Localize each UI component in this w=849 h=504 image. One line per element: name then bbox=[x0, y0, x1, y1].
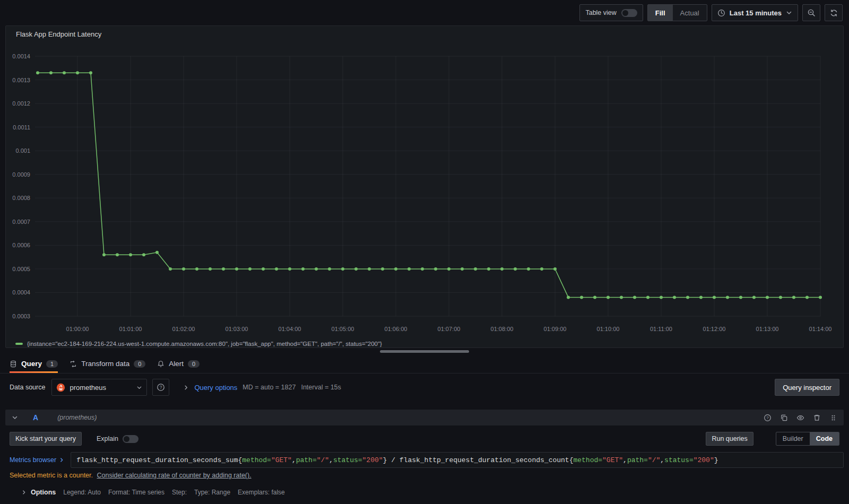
duplicate-icon[interactable] bbox=[780, 414, 788, 422]
svg-text:01:10:00: 01:10:00 bbox=[597, 326, 620, 332]
table-view-toggle[interactable] bbox=[621, 9, 637, 17]
chevron-down-icon bbox=[136, 385, 142, 390]
drag-handle-icon[interactable] bbox=[829, 414, 837, 422]
svg-text:0.0005: 0.0005 bbox=[12, 266, 30, 272]
datasource-help-button[interactable]: ? bbox=[152, 379, 169, 396]
option-exemplars: Exemplars: false bbox=[238, 489, 285, 496]
run-queries-button[interactable]: Run queries bbox=[706, 432, 753, 446]
query-editor-section: A (prometheus) ? Kick start your query E… bbox=[5, 410, 844, 496]
database-icon bbox=[10, 360, 17, 368]
options-toggle[interactable]: Options bbox=[21, 489, 56, 496]
chevron-right-icon bbox=[21, 490, 27, 495]
query-options-summary-row: Options Legend: Auto Format: Time series… bbox=[5, 479, 844, 496]
query-row-header[interactable]: A (prometheus) ? bbox=[5, 410, 844, 425]
legend-series-swatch[interactable] bbox=[15, 343, 23, 345]
option-step: Step: bbox=[172, 489, 187, 496]
svg-text:0.0008: 0.0008 bbox=[12, 195, 30, 201]
explain-label: Explain bbox=[97, 435, 118, 442]
query-expression: flask_http_request_duration_seconds_sum{… bbox=[76, 456, 718, 464]
tab-query[interactable]: Query 1 bbox=[10, 354, 58, 373]
bell-icon bbox=[157, 360, 164, 368]
metrics-browser-toggle[interactable]: Metrics browser bbox=[10, 452, 71, 468]
help-circle-icon: ? bbox=[157, 383, 165, 392]
chevron-right-icon bbox=[183, 385, 189, 390]
eye-icon[interactable] bbox=[796, 414, 804, 422]
tab-transform-data[interactable]: Transform data 0 bbox=[70, 354, 145, 373]
svg-text:?: ? bbox=[160, 385, 162, 390]
expression-row: Metrics browser flask_http_request_durat… bbox=[5, 451, 844, 468]
option-type: Type: Range bbox=[194, 489, 230, 496]
svg-text:0.0012: 0.0012 bbox=[12, 100, 30, 107]
tab-transform-label: Transform data bbox=[81, 360, 129, 368]
chevron-down-icon bbox=[786, 10, 792, 16]
refresh-icon bbox=[830, 9, 838, 17]
svg-text:01:03:00: 01:03:00 bbox=[226, 326, 248, 332]
zoom-out-button[interactable] bbox=[802, 4, 820, 21]
tab-query-label: Query bbox=[21, 360, 42, 368]
svg-text:0.0011: 0.0011 bbox=[13, 124, 30, 131]
warning-rate-link[interactable]: Consider calculating rate of counter by … bbox=[97, 472, 252, 479]
tab-query-count-badge: 1 bbox=[46, 360, 58, 368]
panel-resize-handle[interactable] bbox=[380, 350, 469, 353]
query-editor-toolbar: Kick start your query Explain Run querie… bbox=[5, 425, 844, 451]
datasource-name: prometheus bbox=[70, 384, 132, 392]
counter-warning: Selected metric is a counter. Consider c… bbox=[5, 468, 844, 479]
chart-legend: {instance="ec2-184-169-216-224.us-west-1… bbox=[6, 340, 843, 347]
svg-text:01:06:00: 01:06:00 bbox=[385, 326, 408, 332]
svg-text:01:05:00: 01:05:00 bbox=[332, 326, 354, 332]
refresh-button[interactable] bbox=[825, 4, 843, 21]
fill-button[interactable]: Fill bbox=[648, 5, 673, 21]
query-row-actions: ? bbox=[764, 414, 837, 422]
datasource-label: Data source bbox=[10, 384, 45, 391]
svg-text:0.0007: 0.0007 bbox=[12, 219, 30, 225]
transform-icon bbox=[70, 360, 77, 368]
prometheus-icon bbox=[56, 383, 65, 392]
panel-title: Flask App Endpoint Latency bbox=[11, 30, 101, 38]
svg-text:01:12:00: 01:12:00 bbox=[703, 326, 726, 332]
datasource-picker[interactable]: prometheus bbox=[51, 379, 147, 396]
datasource-row: Data source prometheus ? Query options M… bbox=[0, 373, 849, 401]
max-datapoints-text: MD = auto = 1827 bbox=[242, 384, 296, 391]
time-range-picker[interactable]: Last 15 minutes bbox=[712, 4, 798, 21]
query-options-label: Query options bbox=[194, 384, 237, 392]
svg-text:0.0003: 0.0003 bbox=[12, 313, 30, 319]
explain-toggle[interactable] bbox=[123, 435, 138, 443]
latency-chart[interactable]: 0.00140.00130.00120.00110.0010.00090.000… bbox=[6, 42, 843, 340]
query-options-toggle[interactable]: Query options MD = auto = 1827 Interval … bbox=[183, 384, 341, 392]
tab-alert-label: Alert bbox=[169, 360, 184, 368]
svg-text:01:13:00: 01:13:00 bbox=[756, 326, 779, 332]
options-label: Options bbox=[31, 489, 56, 496]
chevron-right-icon bbox=[59, 457, 64, 463]
panel-header[interactable]: Flask App Endpoint Latency bbox=[6, 26, 843, 42]
panel-edit-toolbar: Table view Fill Actual Last 15 minutes bbox=[0, 0, 849, 25]
panel-resize-zone bbox=[0, 348, 849, 354]
svg-text:0.0014: 0.0014 bbox=[12, 53, 30, 59]
actual-button[interactable]: Actual bbox=[673, 5, 707, 21]
explain-switch-group: Explain bbox=[97, 435, 138, 443]
svg-text:0.0009: 0.0009 bbox=[12, 171, 30, 178]
code-button[interactable]: Code bbox=[810, 432, 839, 445]
interval-text: Interval = 15s bbox=[301, 384, 341, 391]
option-format: Format: Time series bbox=[108, 489, 164, 496]
builder-button[interactable]: Builder bbox=[776, 432, 810, 445]
svg-text:01:00:00: 01:00:00 bbox=[66, 326, 89, 332]
kick-start-query-button[interactable]: Kick start your query bbox=[10, 432, 82, 446]
editor-tabs: Query 1 Transform data 0 Alert 0 bbox=[0, 354, 849, 373]
latency-panel: Flask App Endpoint Latency 0.00140.00130… bbox=[5, 25, 844, 348]
tab-alert[interactable]: Alert 0 bbox=[157, 354, 200, 373]
tab-alert-count-badge: 0 bbox=[188, 360, 200, 368]
chevron-down-icon[interactable] bbox=[12, 414, 18, 421]
table-view-label: Table view bbox=[585, 9, 616, 16]
legend-series-label[interactable]: {instance="ec2-184-169-216-224.us-west-1… bbox=[27, 341, 382, 347]
promql-editor[interactable]: flask_http_request_duration_seconds_sum{… bbox=[71, 452, 844, 468]
svg-text:?: ? bbox=[766, 415, 769, 420]
svg-text:0.001: 0.001 bbox=[15, 147, 30, 154]
svg-text:01:01:00: 01:01:00 bbox=[119, 326, 142, 332]
svg-text:01:11:00: 01:11:00 bbox=[650, 326, 672, 332]
svg-text:0.0013: 0.0013 bbox=[12, 77, 30, 83]
query-ref-id: A bbox=[33, 413, 38, 422]
query-inspector-button[interactable]: Query inspector bbox=[775, 379, 839, 396]
svg-text:0.0006: 0.0006 bbox=[12, 242, 30, 248]
trash-icon[interactable] bbox=[813, 414, 821, 422]
help-circle-icon[interactable]: ? bbox=[764, 414, 772, 422]
